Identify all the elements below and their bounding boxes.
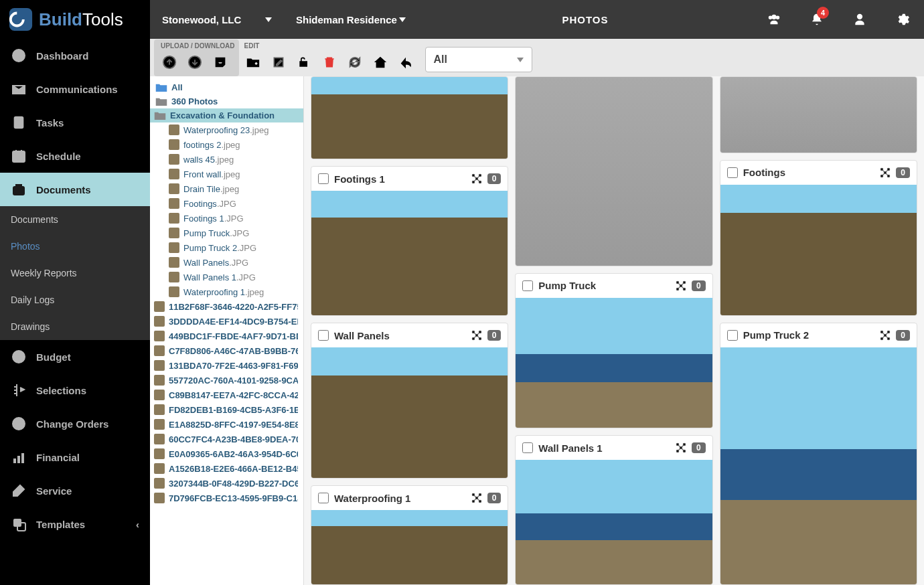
tree-file[interactable]: footings 2.jpeg [150, 137, 303, 152]
photo-image[interactable] [720, 185, 917, 316]
sidebar-sub-weekly-reports[interactable]: Weekly Reports [0, 260, 150, 286]
photo-checkbox[interactable] [727, 330, 738, 341]
tree-file[interactable]: Footings.JPG [150, 196, 303, 211]
sidebar-item-dashboard[interactable]: Dashboard [0, 39, 150, 72]
tree-file[interactable]: Drain Tile.jpeg [150, 181, 303, 196]
refresh-button[interactable] [343, 51, 366, 74]
settings-icon[interactable] [881, 0, 924, 39]
photo-image[interactable] [311, 191, 508, 316]
svg-rect-5 [13, 187, 24, 195]
share-icon[interactable] [470, 172, 483, 185]
tree-file[interactable]: 11B2F68F-3646-4220-A2F5-FF7553 [150, 299, 303, 314]
tree-file[interactable]: 449BDC1F-FBDE-4AF7-9D71-BDD9 [150, 329, 303, 343]
tree-file[interactable]: 7D796FCB-EC13-4595-9FB9-C1886 [150, 491, 303, 505]
comment-count[interactable]: 0 [692, 280, 706, 291]
comment-count[interactable]: 0 [487, 493, 502, 503]
comment-count[interactable]: 0 [487, 173, 502, 184]
photo-image[interactable] [720, 347, 917, 585]
undo-button[interactable] [394, 51, 417, 74]
photo-checkbox[interactable] [318, 173, 329, 184]
upload-button[interactable] [158, 51, 181, 74]
tree-file[interactable]: E0A09365-6AB2-46A3-954D-6C09E [150, 446, 303, 461]
tree-file[interactable]: 60CC7FC4-A23B-4BE8-9DEA-70FFE [150, 432, 303, 446]
sidebar-sub-photos[interactable]: Photos [0, 233, 150, 260]
tree-file[interactable]: Wall Panels.JPG [150, 255, 303, 270]
sidebar-sub-daily-logs[interactable]: Daily Logs [0, 286, 150, 313]
filter-select[interactable]: All [425, 47, 532, 72]
tree-folder[interactable]: All [150, 80, 303, 94]
share-icon[interactable] [878, 166, 892, 179]
sidebar-item-service[interactable]: Service [0, 474, 150, 507]
notifications-icon[interactable]: 4 [795, 0, 838, 39]
sidebar-item-schedule[interactable]: 14Schedule [0, 139, 150, 173]
home-button[interactable] [369, 51, 392, 74]
edit-button[interactable] [267, 51, 290, 74]
photo-checkbox[interactable] [727, 167, 738, 178]
tree-file[interactable]: Waterproofing 23.jpeg [150, 122, 303, 137]
sidebar-item-selections[interactable]: Selections [0, 373, 150, 407]
photo-checkbox[interactable] [522, 280, 533, 291]
photo-image[interactable] [311, 77, 508, 159]
tree-folder[interactable]: 360 Photos [150, 94, 303, 108]
company-selector[interactable]: Stonewood, LLC [150, 0, 284, 39]
sidebar-sub-documents[interactable]: Documents [0, 206, 150, 233]
tree-file[interactable]: E1A8825D-8FFC-4197-9E54-8E8A7 [150, 417, 303, 432]
comment-count[interactable]: 0 [692, 442, 706, 453]
comment-count[interactable]: 0 [487, 330, 502, 341]
photo-title: Pump Truck [538, 280, 669, 291]
chevron-down-icon [517, 58, 524, 62]
tree-file[interactable]: Pump Truck 2.JPG [150, 240, 303, 255]
file-thumb-icon [169, 183, 179, 194]
download-button[interactable] [183, 51, 206, 74]
comment-count[interactable]: 0 [896, 330, 910, 341]
sidebar-item-budget[interactable]: $Budget [0, 340, 150, 373]
comment-count[interactable]: 0 [896, 167, 910, 178]
inbox-button[interactable] [209, 51, 232, 74]
share-icon[interactable] [674, 441, 688, 454]
photo-checkbox[interactable] [522, 442, 533, 453]
tree-file[interactable]: Wall Panels 1.JPG [150, 270, 303, 284]
share-icon[interactable] [470, 329, 483, 342]
photo-checkbox[interactable] [318, 330, 329, 341]
sidebar-item-change-orders[interactable]: COChange Orders [0, 407, 150, 440]
share-icon[interactable] [470, 491, 483, 505]
tree-file[interactable]: A1526B18-E2E6-466A-BE12-B45C0 [150, 461, 303, 476]
tree-file[interactable]: Footings 1.JPG [150, 211, 303, 226]
photo-checkbox[interactable] [318, 493, 329, 503]
sidebar-sub-drawings[interactable]: Drawings [0, 313, 150, 340]
tree-file[interactable]: walls 45.jpeg [150, 152, 303, 167]
photo-image[interactable] [311, 510, 508, 585]
team-icon[interactable] [753, 0, 795, 39]
app-logo[interactable]: BuildTools [0, 0, 150, 39]
sidebar-item-documents[interactable]: Documents [0, 173, 150, 206]
tree-file[interactable]: 131BDA70-7F2E-4463-9F81-F694B [150, 358, 303, 373]
delete-button[interactable] [318, 51, 341, 74]
sidebar-item-communications[interactable]: Communications [0, 72, 150, 106]
user-icon[interactable] [838, 0, 881, 39]
photo-image[interactable] [516, 77, 712, 266]
tree-file[interactable]: Pump Truck.JPG [150, 226, 303, 240]
new-folder-button[interactable] [242, 51, 264, 74]
tree-file[interactable]: 3DDDDA4E-EF14-4DC9-B754-EFB59 [150, 314, 303, 329]
tree-folder[interactable]: Excavation & Foundation [150, 108, 303, 122]
tree-file[interactable]: 557720AC-760A-4101-9258-9CA59 [150, 373, 303, 388]
photo-image[interactable] [311, 347, 508, 479]
photo-image[interactable] [516, 460, 712, 585]
sidebar-item-templates[interactable]: Templates‹ [0, 507, 150, 541]
tree-file[interactable]: Front wall.jpeg [150, 167, 303, 181]
tree-file[interactable]: C7F8D806-A46C-47AB-B9BB-766D [150, 343, 303, 358]
project-selector[interactable]: Shideman Residence [284, 0, 418, 39]
unlock-button[interactable] [293, 51, 315, 74]
tree-file[interactable]: C89B8147-EE7A-42FC-8CCA-42C55 [150, 388, 303, 402]
share-icon[interactable] [878, 329, 892, 342]
photo-image[interactable] [516, 298, 712, 429]
sidebar-item-tasks[interactable]: Tasks [0, 106, 150, 139]
sidebar-item-financial[interactable]: Financial [0, 440, 150, 474]
photo-image[interactable] [720, 77, 917, 153]
share-icon[interactable] [674, 279, 688, 292]
tree-file[interactable]: Waterproofing 1.jpeg [150, 284, 303, 299]
photo-card: Waterproofing 10 [311, 485, 508, 585]
tree-file[interactable]: FD82DEB1-B169-4CB5-A3F6-1B7D [150, 402, 303, 417]
tree-file[interactable]: 3207344B-0F48-429D-B227-DC63E [150, 476, 303, 491]
chevron-left-icon: ‹ [136, 519, 139, 530]
